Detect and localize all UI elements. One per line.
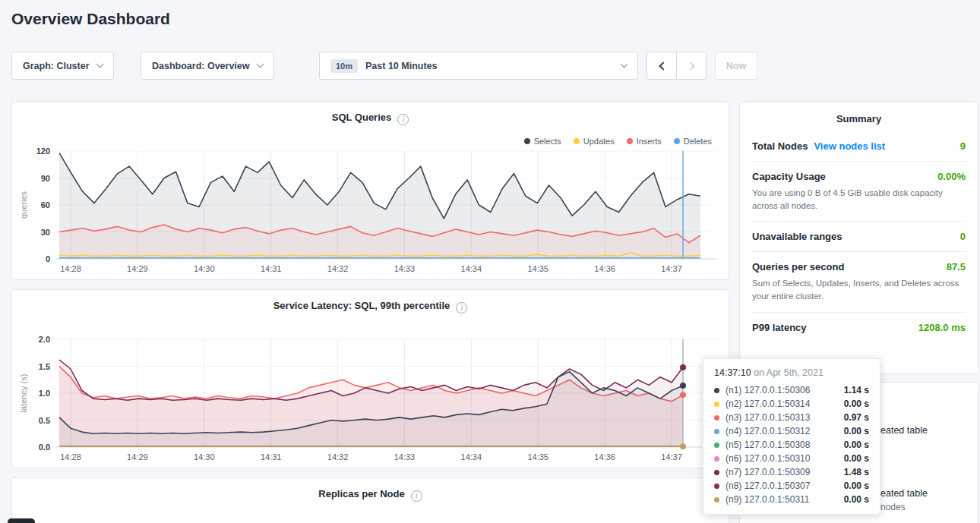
sql-queries-panel: SQL Queriesi SelectsUpdatesInsertsDelete… [11,101,729,280]
replicas-title-row: Replicas per Nodei [12,488,729,502]
replicas-title: Replicas per Node [318,488,404,499]
time-next-button[interactable] [676,52,707,80]
svg-text:0.5: 0.5 [39,416,50,425]
tooltip-node-label: (n7) 127.0.0.1:50309 [726,467,810,477]
svg-text:90: 90 [41,174,50,183]
total-nodes-label: Total Nodes [752,140,808,152]
summary-row-unavailable: Unavailable ranges 0 [752,222,966,252]
svg-text:30: 30 [41,228,50,237]
svg-text:14:28: 14:28 [60,452,81,462]
time-range-badge: 10m [330,59,358,73]
tooltip-node-label: (n8) 127.0.0.1:50307 [726,480,810,491]
chart-tooltip: 14:37:10 on Apr 5th, 2021 (n1) 127.0.0.1… [703,358,880,515]
tooltip-node-value: 0.00 s [844,494,869,505]
summary-row-p99: P99 latency 1208.0 ms [752,313,966,342]
now-button[interactable]: Now [715,52,757,80]
summary-panel: Summary Total Nodes View nodes list 9 Ca… [739,101,978,374]
svg-text:latency (s): latency (s) [19,374,28,413]
tooltip-node-row: (n1) 127.0.0.1:503061.14 s [714,383,869,397]
svg-text:14:31: 14:31 [261,452,282,462]
node-color-dot-icon [714,402,719,407]
graph-dropdown-label: Graph: Cluster [23,61,90,71]
tooltip-node-row: (n8) 127.0.0.1:503070.00 s [714,479,869,493]
summary-row-qps: Queries per second 87.5 Sum of Selects, … [752,252,966,312]
tooltip-node-label: (n2) 127.0.0.1:50314 [726,399,810,409]
info-icon[interactable]: i [397,114,409,125]
tooltip-node-row: (n2) 127.0.0.1:503140.00 s [714,397,869,411]
summary-row-capacity: Capacity Usage 0.00% You are using 0 B o… [752,162,966,222]
dashboard-dropdown-label: Dashboard: Overview [152,61,250,71]
tooltip-node-label: (n4) 127.0.0.1:50312 [726,426,810,436]
svg-text:14:36: 14:36 [594,452,615,462]
tooltip-node-value: 0.00 s [844,440,869,450]
tooltip-node-value: 1.48 s [844,467,869,477]
node-color-dot-icon [714,456,719,462]
total-nodes-value: 9 [960,140,966,152]
tooltip-node-rows: (n1) 127.0.0.1:503061.14 s(n2) 127.0.0.1… [714,383,869,506]
svg-text:1.5: 1.5 [39,362,50,371]
tooltip-node-value: 0.00 s [844,480,869,491]
service-latency-title: Service Latency: SQL, 99th percentile [273,300,450,311]
tooltip-node-label: (n5) 127.0.0.1:50308 [726,440,810,450]
time-range-dropdown[interactable]: 10m Past 10 Minutes [319,52,638,80]
tooltip-node-row: (n6) 127.0.0.1:503100.00 s [714,452,869,465]
svg-text:14:35: 14:35 [527,452,548,462]
tooltip-node-label: (n3) 127.0.0.1:50313 [726,412,810,423]
tooltip-node-row: (n9) 127.0.0.1:503110.00 s [714,493,869,506]
svg-text:2.0: 2.0 [39,335,50,344]
tooltip-node-label: (n1) 127.0.0.1:50306 [726,385,810,395]
node-color-dot-icon [714,484,719,489]
chevron-left-icon [659,61,667,70]
svg-text:14:33: 14:33 [394,264,416,273]
svg-text:14:32: 14:32 [327,264,349,273]
tooltip-node-value: 0.00 s [844,399,869,409]
service-latency-title-row: Service Latency: SQL, 99th percentilei [12,300,729,313]
tooltip-date: on Apr 5th, 2021 [751,367,824,378]
tooltip-node-value: 0.00 s [844,426,869,436]
svg-text:14:34: 14:34 [461,264,482,273]
svg-text:14:34: 14:34 [461,452,482,462]
info-icon[interactable]: i [411,490,422,502]
svg-text:14:30: 14:30 [194,452,215,462]
svg-text:queries: queries [19,191,28,219]
svg-text:14:37: 14:37 [661,264,682,273]
svg-text:14:35: 14:35 [527,264,548,273]
tooltip-node-row: (n7) 127.0.0.1:503091.48 s [714,465,869,479]
tooltip-node-value: 1.14 s [844,385,869,395]
time-prev-button[interactable] [646,52,677,80]
capacity-value: 0.00% [937,171,966,182]
unavailable-ranges-label: Unavailable ranges [752,231,842,242]
svg-text:14:30: 14:30 [194,264,215,273]
bottom-left-button[interactable] [8,518,35,523]
node-color-dot-icon [714,470,719,475]
chevron-right-icon [686,61,694,70]
node-color-dot-icon [714,429,719,434]
tooltip-node-row: (n4) 127.0.0.1:503120.00 s [714,424,869,438]
node-color-dot-icon [714,497,719,503]
chevron-down-icon [256,61,264,68]
event-text-fragment: nodes [880,502,906,512]
graph-dropdown[interactable]: Graph: Cluster [11,52,114,80]
svg-text:14:36: 14:36 [594,264,615,273]
dashboard-dropdown[interactable]: Dashboard: Overview [141,52,274,80]
svg-text:120: 120 [36,147,50,156]
svg-text:14:37: 14:37 [661,452,682,462]
svg-text:1.0: 1.0 [39,389,50,398]
sql-queries-chart[interactable]: 030609012014:2814:2914:3014:3114:3214:33… [16,143,725,279]
node-color-dot-icon [714,388,719,393]
svg-text:0: 0 [46,254,50,263]
page-title: Overview Dashboard [11,10,170,28]
event-text-fragment: eated table [880,488,928,499]
view-nodes-list-link[interactable]: View nodes list [814,140,885,152]
svg-text:14:29: 14:29 [127,452,148,462]
service-latency-chart[interactable]: 0.00.51.01.52.014:2814:2914:3014:3114:32… [16,332,725,467]
unavailable-ranges-value: 0 [960,231,966,242]
tooltip-node-label: (n9) 127.0.0.1:50311 [726,494,810,505]
info-icon[interactable]: i [456,302,467,313]
tooltip-node-label: (n6) 127.0.0.1:50310 [726,453,810,464]
tooltip-time: 14:37:10 [714,367,751,378]
svg-text:60: 60 [41,200,50,210]
p99-latency-value: 1208.0 ms [918,322,966,333]
tooltip-timestamp: 14:37:10 on Apr 5th, 2021 [714,367,869,378]
svg-text:14:28: 14:28 [60,264,81,273]
